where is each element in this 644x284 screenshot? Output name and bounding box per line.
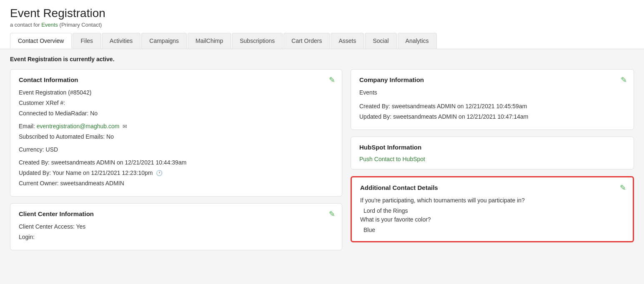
- tab-analytics[interactable]: Analytics: [398, 33, 437, 49]
- contact-updated-text: Updated By: Your Name on 12/21/2021 12:2…: [19, 169, 153, 176]
- client-center-login: Login:: [19, 233, 333, 242]
- clock-icon: 🕐: [156, 169, 163, 177]
- contact-email-label: Email:: [19, 123, 35, 130]
- contact-email-row: Email: eventregistration@maghub.com ✉: [19, 122, 333, 131]
- page-title: Event Registration: [10, 7, 634, 20]
- additional-contact-details-card: Additional Contact Details ✎ If you're p…: [351, 176, 634, 242]
- tab-cart-orders[interactable]: Cart Orders: [283, 33, 330, 49]
- company-updated: Updated By: sweetsandmeats ADMIN on 12/2…: [359, 112, 625, 121]
- contact-xref: Customer XRef #:: [19, 99, 333, 107]
- push-to-hubspot-link[interactable]: Push Contact to HubSpot: [359, 156, 425, 162]
- contact-owner: Current Owner: sweetsandmeats ADMIN: [19, 179, 333, 188]
- contact-name-id: Event Registration (#85042): [19, 88, 333, 97]
- hubspot-info-card: HubSpot Information Push Contact to HubS…: [351, 137, 634, 169]
- page-subtitle: a contact for Events (Primary Contact): [10, 22, 634, 28]
- contact-email-link[interactable]: eventregistration@maghub.com: [37, 123, 120, 130]
- question-2: What is your favorite color? Blue: [360, 215, 624, 234]
- left-column: Contact Information ✎ Event Registration…: [10, 69, 342, 250]
- company-info-edit-icon[interactable]: ✎: [621, 75, 627, 85]
- subtitle-prefix: a contact for: [10, 22, 40, 28]
- additional-details-title: Additional Contact Details: [360, 184, 624, 191]
- question-1-answer: Lord of the Rings: [363, 207, 624, 215]
- contact-created: Created By: sweetsandmeats ADMIN on 12/2…: [19, 158, 333, 167]
- client-center-card: Client Center Information ✎ Client Cente…: [10, 203, 342, 250]
- question-2-answer: Blue: [363, 226, 624, 234]
- tab-activities[interactable]: Activities: [102, 33, 140, 49]
- hubspot-info-title: HubSpot Information: [359, 144, 625, 151]
- page-header: Event Registration a contact for Events …: [0, 0, 644, 49]
- tab-campaigns[interactable]: Campaigns: [141, 33, 187, 49]
- company-created: Created By: sweetsandmeats ADMIN on 12/2…: [359, 102, 625, 111]
- client-center-access: Client Center Access: Yes: [19, 222, 333, 231]
- contact-media-radar: Connected to MediaRadar: No: [19, 109, 333, 118]
- company-info-title: Company Information: [359, 76, 625, 83]
- tab-files[interactable]: Files: [73, 33, 101, 49]
- main-content: Event Registration is currently active. …: [0, 49, 644, 257]
- client-center-title: Client Center Information: [19, 210, 333, 217]
- tab-subscriptions[interactable]: Subscriptions: [232, 33, 283, 49]
- tab-social[interactable]: Social: [365, 33, 396, 49]
- question-1: If you're participating, which tournamen…: [360, 196, 624, 215]
- company-name: Events: [359, 88, 625, 97]
- subtitle-link[interactable]: Events: [41, 22, 58, 28]
- contact-info-card: Contact Information ✎ Event Registration…: [10, 69, 342, 197]
- company-info-card: Company Information ✎ Events Created By:…: [351, 69, 634, 130]
- question-2-label: What is your favorite color?: [360, 215, 624, 224]
- status-bar: Event Registration is currently active.: [10, 56, 634, 62]
- subtitle-suffix: (Primary Contact): [60, 22, 102, 28]
- tab-mailchimp[interactable]: MailChimp: [188, 33, 231, 49]
- additional-details-edit-icon[interactable]: ✎: [620, 183, 626, 192]
- contact-currency: Currency: USD: [19, 145, 333, 154]
- tab-contact-overview[interactable]: Contact Overview: [10, 33, 72, 49]
- question-1-label: If you're participating, which tournamen…: [360, 196, 624, 205]
- right-column: Company Information ✎ Events Created By:…: [351, 69, 634, 242]
- contact-subscribed: Subscribed to Automated Emails: No: [19, 132, 333, 141]
- contact-info-edit-icon[interactable]: ✎: [329, 75, 335, 85]
- contact-info-title: Contact Information: [19, 76, 333, 83]
- email-icon: ✉: [123, 122, 127, 131]
- contact-updated: Updated By: Your Name on 12/21/2021 12:2…: [19, 169, 333, 177]
- client-center-edit-icon[interactable]: ✎: [329, 209, 335, 219]
- columns: Contact Information ✎ Event Registration…: [10, 69, 634, 250]
- tab-bar: Contact Overview Files Activities Campai…: [10, 33, 634, 49]
- tab-assets[interactable]: Assets: [331, 33, 364, 49]
